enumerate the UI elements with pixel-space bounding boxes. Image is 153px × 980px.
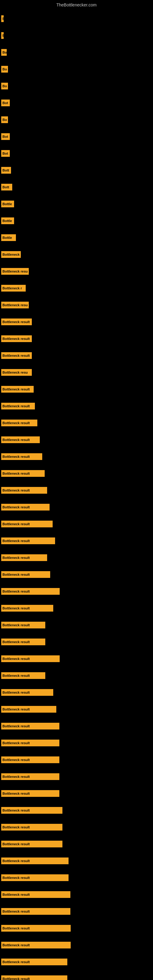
bar-row: Bottleneck result [1,706,56,713]
bar: Bo [1,66,8,73]
bar: Bottleneck result [1,386,33,393]
bar: Bottleneck result [1,420,37,426]
bar: Bottleneck result [1,925,71,932]
bar-label: Bo [2,67,7,71]
bar: Bottleneck result [1,874,69,881]
bar-label: Bottleneck result [2,606,30,610]
bar: Bottleneck result [1,740,59,746]
bar: Bottleneck result [1,588,60,595]
bar-row: Bottleneck result [1,554,47,561]
bar-row: Bottleneck result [1,453,42,460]
bar-row: Bottleneck result [1,723,59,730]
bar-row: Bottleneck result [1,942,71,948]
bar: Bottleneck result [1,672,45,679]
bar-row: Bottleneck result [1,655,60,662]
bar-label: Bottleneck result [2,455,30,458]
bar-label: Bottleneck result [2,573,30,576]
bar-label: Bottleneck result [2,808,30,812]
bar-label: Bot [2,151,8,155]
bar-label: Bottleneck result [2,488,30,492]
bar: Bottleneck result [1,335,32,342]
bar: Bottleneck result [1,571,50,578]
bar: Bottleneck result [1,504,49,511]
bar-label: Bottleneck result [2,708,30,711]
bar-row: Bottleneck result [1,335,32,342]
bar: Bottleneck result [1,723,59,730]
bar: Bottleneck result [1,891,70,898]
bar-row: Bottleneck result [1,891,70,898]
bar-label: Bottleneck result [2,387,30,391]
bar-label: Bottleneck result [2,960,30,964]
bar-row: Bottleneck result [1,638,45,645]
bar-label: Bottleneck result [2,792,30,795]
bar-row: Bottleneck result [1,622,45,628]
bar-row: Bottleneck result [1,790,59,797]
bar-row: Bott [1,184,12,191]
bar-label: Bo [2,84,7,88]
bar-row: Bottleneck result [1,487,47,494]
bar-label: Bottleneck result [2,825,30,829]
bar-label: Bottleneck result [2,354,30,357]
bar: Bottleneck resu [1,369,32,376]
bar-label: Bo [2,118,7,122]
bar-row: Bottleneck result [1,470,45,477]
bar-row: Bott [1,167,11,173]
bar-label: Bottleneck result [2,522,30,526]
bar-row: Bottleneck result [1,689,53,696]
bar: Bottleneck result [1,538,55,544]
bar-label: Bottleneck result [2,977,30,980]
bar-label: Bottleneck result [2,337,30,340]
bar-row: Bottleneck result [1,756,59,763]
bar-row: Bottle [1,218,14,224]
bar: B [1,15,4,22]
bar: Bottleneck result [1,824,62,830]
bar-row: Bottleneck result [1,318,32,325]
bar: Bott [1,184,12,191]
bar-row: Bottleneck resu [1,268,29,275]
bar: Bottleneck result [1,655,60,662]
bar-row: Bottleneck [1,251,21,258]
bar: Bot [1,133,10,140]
bar-row: Bot [1,150,10,157]
bar-row: Bottleneck result [1,874,69,881]
bar: Bottleneck result [1,318,32,325]
bar-row: Bottleneck result [1,588,60,595]
bar-label: Bottleneck r [2,286,22,290]
bar: Bottleneck result [1,706,56,713]
bar-row: Bottleneck result [1,858,69,864]
bar-label: Bottleneck result [2,657,30,660]
bar: Bottleneck result [1,841,62,847]
bar-row: Bottle [1,234,16,241]
bar-label: Bottleneck result [2,842,30,846]
bar-row: Bottleneck result [1,959,67,965]
bar: Bot [1,100,10,106]
bar-label: Bott [2,185,9,189]
bar-label: Bottleneck result [2,758,30,762]
bar-label: Bo [2,51,7,54]
bar-row: Bottleneck result [1,807,62,814]
bar: Bottle [1,200,14,207]
bar-row: Bottleneck result [1,672,45,679]
bar: Bottleneck result [1,638,45,645]
bar-label: Bottleneck result [2,741,30,745]
bar: B [1,32,4,39]
bar-row: Bo [1,116,8,123]
bar: Bottleneck result [1,470,45,477]
bar-row: Bottleneck result [1,403,35,409]
bar-label: Bottleneck result [2,926,30,930]
chart-container: BBBoBoBoBotBoBotBotBottBottBottleBottleB… [0,6,153,980]
bar: Bottleneck result [1,942,71,948]
bar-row: Bottleneck result [1,538,55,544]
bar-row: Bottleneck result [1,420,37,426]
bar-row: Bo [1,83,8,89]
bar: Bottleneck result [1,453,42,460]
bar-row: Bottleneck result [1,824,62,830]
bar-row: Bo [1,66,8,73]
bar-row: Bottleneck result [1,908,70,915]
bar-label: Bott [2,169,9,172]
bar: Bottleneck result [1,520,53,527]
bar: Bottleneck result [1,436,40,443]
bar: Bottleneck result [1,756,59,763]
bar-row: Bottleneck result [1,975,67,980]
bar: Bottleneck result [1,554,47,561]
